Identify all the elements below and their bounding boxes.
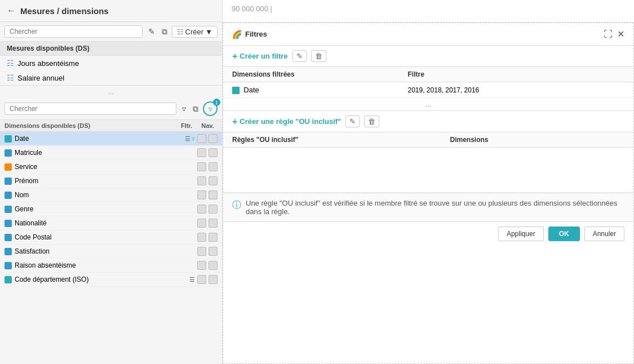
list-item[interactable]: Raison absentéisme [0,259,222,273]
dim-codedept-extra-icons: ☰ [189,276,195,283]
dim-satisfaction-fltr-btn[interactable] [197,247,206,256]
hierarchy-icon: ☰ [185,135,190,143]
edit-rule-button[interactable]: ✎ [345,116,360,127]
modal-close-button[interactable]: ✕ [617,29,624,39]
dim-codedept-actions [197,275,218,284]
col-empty [594,67,633,82]
dim-date-extra-icons: ☰ ▿ [185,135,195,143]
dim-matricule-nav-btn[interactable] [209,148,218,157]
dim-raison-fltr-btn[interactable] [197,261,206,270]
list-item[interactable]: ☷ Jours absentéisme [0,56,222,70]
dim-item-date-name: Date [5,135,185,143]
info-footer: ⓘ Une règle "OU inclusif" est vérifiée s… [223,193,633,221]
creer-button[interactable]: ☷ Créer ▼ [172,26,218,38]
nom-cube-icon [5,192,12,199]
dim-service-fltr-btn[interactable] [197,162,206,171]
measures-search-bar: ✎ ⧉ ☷ Créer ▼ [0,22,222,42]
col-dimensions: Dimensions [441,132,587,148]
measures-dots-divider: ... [0,85,222,98]
dim-codedept-nav-btn[interactable] [209,275,218,284]
list-item[interactable]: Satisfaction [0,245,222,259]
list-item[interactable]: Matricule [0,146,222,160]
dim-nom-nav-btn[interactable] [209,190,218,199]
dim-col-name-header: Dimensions disponibles (DS) [5,122,175,129]
copy-icon[interactable]: ⧉ [159,26,170,38]
dim-service-nav-btn[interactable] [209,162,218,171]
dim-codedept-fltr-btn[interactable] [197,275,206,284]
left-panel-title: Mesures / dimensions [20,6,109,16]
modal-header-actions: ⛶ ✕ [604,29,624,39]
appliquer-button[interactable]: Appliquer [498,227,544,241]
dim-filter-icon[interactable]: ▿ [180,103,188,114]
dimensions-search-input[interactable] [5,103,176,115]
dim-copy-icon[interactable]: ⧉ [190,103,201,115]
list-item[interactable]: Prénom [0,174,222,188]
filter-toolbar: + Créer un filtre ✎ 🗑 [223,46,633,67]
col-regles: Règles "OU inclusif" [223,132,441,148]
filters-modal: 🌈 Filtres ⛶ ✕ + Créer un filtre ✎ 🗑 [223,23,634,364]
create-filter-button[interactable]: + Créer un filtre [232,51,288,61]
list-item[interactable]: Code Postal [0,230,222,245]
dim-date-fltr-btn[interactable] [197,134,206,143]
ok-button[interactable]: OK [548,227,580,241]
dim-matricule-fltr-btn[interactable] [197,148,206,157]
dim-genre-nav-btn[interactable] [209,205,218,214]
list-item[interactable]: Nom [0,188,222,202]
dim-prenom-fltr-btn[interactable] [197,176,206,185]
list-item[interactable]: Genre [0,202,222,216]
date-filter-icon [232,87,240,94]
table-row[interactable]: Date 2019, 2018, 2017, 2016 [223,82,633,98]
delete-filter-button[interactable]: 🗑 [311,50,326,62]
dim-codepostal-fltr-btn[interactable] [197,233,206,242]
service-cube-icon [5,163,12,171]
info-text: Une règle "OU inclusif" est vérifiée si … [246,199,624,216]
dim-raison-nav-btn[interactable] [209,261,218,270]
list-item[interactable]: Service [0,160,222,174]
create-rule-button[interactable]: + Créer une règle "OU inclusif" [232,117,341,127]
dim-nationalite-nav-btn[interactable] [209,219,218,228]
table-row [223,148,633,193]
dim-service-actions [197,162,218,171]
grid-measure-icon2: ☷ [7,73,14,82]
filter-flame-icon: 🌈 [232,30,242,39]
filter-badge-container: ▿ 1 [203,101,218,116]
list-item[interactable]: Date ☰ ▿ [0,132,222,146]
rule-empty-area [223,148,633,193]
filter-dimension-cell: Date [223,82,399,98]
dim-satisfaction-nav-btn[interactable] [209,247,218,256]
measures-toolbar-icons: ✎ ⧉ ☷ Créer ▼ [146,26,218,38]
back-arrow-icon[interactable]: ← [7,6,16,16]
info-circle-icon: ⓘ [232,199,241,211]
list-item[interactable]: Nationalité [0,216,222,230]
edit-filter-button[interactable]: ✎ [292,50,307,62]
dim-nom-fltr-btn[interactable] [197,190,206,199]
measures-search-input[interactable] [5,25,143,38]
modal-header: 🌈 Filtres ⛶ ✕ [223,23,633,46]
left-header: ← Mesures / dimensions [0,0,222,22]
dim-col-nav-header: Nav. [198,122,218,129]
dim-nationalite-fltr-btn[interactable] [197,219,206,228]
dim-date-nav-btn[interactable] [209,134,218,143]
filter-value-cell: 2019, 2018, 2017, 2016 [399,82,595,98]
delete-rule-button[interactable]: 🗑 [364,116,379,127]
plus-icon: + [232,51,237,61]
pencil-icon[interactable]: ✎ [146,26,157,37]
dim-nationalite-actions [197,219,218,228]
dim-matricule-actions [197,148,218,157]
nationalite-cube-icon [5,220,12,227]
dimensions-list: Date ☰ ▿ Matricule [0,132,222,364]
measures-section-header: Mesures disponibles (DS) [0,42,222,56]
list-item[interactable]: ☷ Salaire annuel [0,70,222,85]
codedept-hierarchy-icon: ☰ [189,276,195,283]
dropdown-arrow-icon: ▼ [205,28,212,36]
dimensions-toolbar-icons: ▿ ⧉ ▿ 1 [180,101,218,116]
annuler-button[interactable]: Annuler [584,227,624,241]
dim-codepostal-nav-btn[interactable] [209,233,218,242]
dim-genre-fltr-btn[interactable] [197,205,206,214]
modal-expand-button[interactable]: ⛶ [604,29,613,39]
list-item[interactable]: Code département (ISO) ☰ [0,273,222,287]
modal-title-container: 🌈 Filtres [232,30,604,39]
matricule-cube-icon [5,149,12,157]
grid-measure-icon: ☷ [7,59,14,68]
dim-prenom-nav-btn[interactable] [209,176,218,185]
